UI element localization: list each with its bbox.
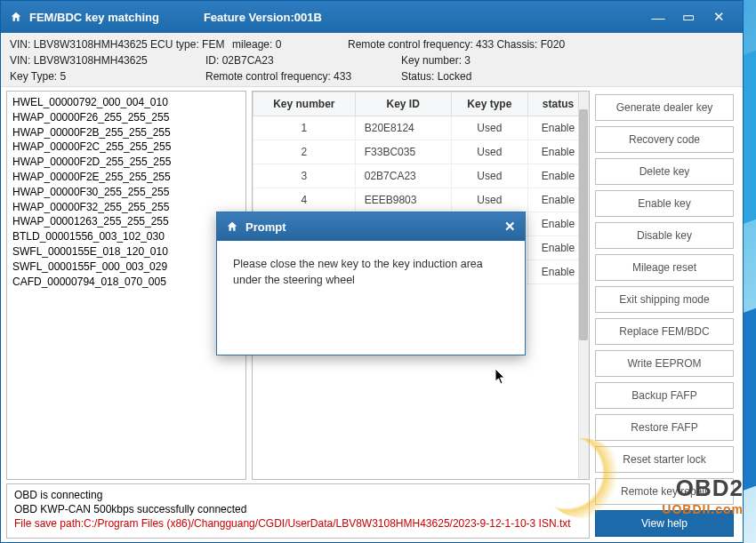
disable-key-button[interactable]: Disable key <box>595 222 734 249</box>
view-help-button[interactable]: View help <box>595 510 734 537</box>
info-keytype: Key Type: 5 <box>10 70 197 83</box>
minimize-button[interactable]: — <box>643 10 673 25</box>
prompt-dialog: Prompt ✕ Please close the new key to the… <box>216 212 526 355</box>
prompt-title: Prompt <box>245 220 286 234</box>
log-line: OBD is connecting <box>14 488 582 502</box>
reset-starter-lock-button[interactable]: Reset starter lock <box>595 446 734 473</box>
log-panel: OBD is connecting OBD KWP-CAN 500kbps su… <box>6 483 590 539</box>
col-keynumber: Key number <box>253 92 356 116</box>
backup-fafp-button[interactable]: Backup FAFP <box>595 382 734 409</box>
list-item[interactable]: HWAP_00000F30_255_255_255 <box>12 185 240 200</box>
table-scrollbar[interactable] <box>578 92 589 479</box>
list-item[interactable]: HWAP_00000F2C_255_255_255 <box>12 140 240 155</box>
delete-key-button[interactable]: Delete key <box>595 158 734 185</box>
prompt-body: Please close the new key to the key indu… <box>217 241 525 304</box>
action-panel: Generate dealer key Recovery code Delete… <box>595 91 737 539</box>
cell-num: 3 <box>253 164 356 188</box>
software-list[interactable]: HWEL_00000792_000_004_010HWAP_00000F26_2… <box>6 91 246 480</box>
cell-id: EEEB9803 <box>355 188 451 212</box>
info-remote-chassis: Remote control frequency: 433 Chassis: F… <box>348 38 579 51</box>
list-item[interactable]: HWAP_00000F2D_255_255_255 <box>12 155 240 170</box>
restore-fafp-button[interactable]: Restore FAFP <box>595 414 734 441</box>
enable-key-button[interactable]: Enable key <box>595 190 734 217</box>
list-item[interactable]: BTLD_00001556_003_102_030 <box>12 229 240 244</box>
generate-dealer-key-button[interactable]: Generate dealer key <box>595 94 734 121</box>
log-line-filesave: File save path:C:/Program Files (x86)/Ch… <box>14 516 582 531</box>
close-button[interactable]: ✕ <box>704 9 734 25</box>
feature-version: Feature Version:001B <box>204 11 322 24</box>
cell-type: Used <box>451 140 527 164</box>
info-id: ID: 02B7CA23 <box>205 54 392 67</box>
cell-id: F33BC035 <box>355 140 451 164</box>
cell-id: 02B7CA23 <box>355 164 451 188</box>
replace-fem-bdc-button[interactable]: Replace FEM/BDC <box>595 318 734 345</box>
table-row[interactable]: 4EEEB9803UsedEnable <box>253 188 589 212</box>
cell-num: 4 <box>253 188 356 212</box>
info-rcf: Remote control frequency: 433 <box>205 70 392 83</box>
table-row[interactable]: 2F33BC035UsedEnable <box>253 140 589 164</box>
mileage-reset-button[interactable]: Mileage reset <box>595 254 734 281</box>
col-keytype: Key type <box>451 92 527 116</box>
info-bar: VIN: LBV8W3108HMH43625 ECU type: FEM mil… <box>1 33 743 87</box>
info-status: Status: Locked <box>401 70 543 83</box>
maximize-button[interactable]: ▭ <box>673 9 704 25</box>
titlebar: FEM/BDC key matching Feature Version:001… <box>1 1 743 33</box>
exit-shipping-mode-button[interactable]: Exit shipping mode <box>595 286 734 313</box>
list-item[interactable]: HWAP_00000F32_255_255_255 <box>12 200 240 215</box>
cell-num: 1 <box>253 116 356 140</box>
cell-type: Used <box>451 188 527 212</box>
col-keyid: Key ID <box>355 92 451 116</box>
info-vin: VIN: LBV8W3108HMH43625 <box>10 54 197 67</box>
write-eeprom-button[interactable]: Write EEPROM <box>595 350 734 377</box>
info-vin-ecu: VIN: LBV8W3108HMH43625 ECU type: FEM <box>10 38 223 51</box>
remote-key-repair-button[interactable]: Remote key repair <box>595 478 734 505</box>
scrollbar-thumb[interactable] <box>579 109 588 340</box>
info-keynum: Key number: 3 <box>401 54 543 67</box>
list-item[interactable]: SWFL_0000155E_018_120_010 <box>12 244 240 260</box>
list-item[interactable]: CAFD_00000794_018_070_005 <box>12 275 240 290</box>
table-row[interactable]: 302B7CA23UsedEnable <box>253 164 589 188</box>
list-item[interactable]: HWAP_00000F26_255_255_255 <box>12 110 240 125</box>
home-icon <box>226 220 238 234</box>
list-item[interactable]: HWAP_00000F2B_255_255_255 <box>12 125 240 140</box>
list-item[interactable]: HWAP_00000F2E_255_255_255 <box>12 170 240 185</box>
prompt-close-button[interactable]: ✕ <box>504 219 516 235</box>
cell-type: Used <box>451 116 527 140</box>
cell-type: Used <box>451 164 527 188</box>
list-item[interactable]: HWAP_00001263_255_255_255 <box>12 214 240 229</box>
table-row[interactable]: 1B20E8124UsedEnable <box>253 116 589 140</box>
recovery-code-button[interactable]: Recovery code <box>595 126 734 153</box>
info-mileage: mileage: 0 <box>232 38 339 51</box>
cell-num: 2 <box>253 140 356 164</box>
home-icon <box>10 11 22 24</box>
list-item[interactable]: HWEL_00000792_000_004_010 <box>12 95 240 110</box>
prompt-titlebar[interactable]: Prompt ✕ <box>217 212 525 241</box>
log-line: OBD KWP-CAN 500kbps successfully connect… <box>14 502 582 516</box>
list-item[interactable]: SWFL_0000155F_000_003_029 <box>12 260 240 275</box>
app-title: FEM/BDC key matching <box>29 11 159 24</box>
cell-id: B20E8124 <box>355 116 451 140</box>
